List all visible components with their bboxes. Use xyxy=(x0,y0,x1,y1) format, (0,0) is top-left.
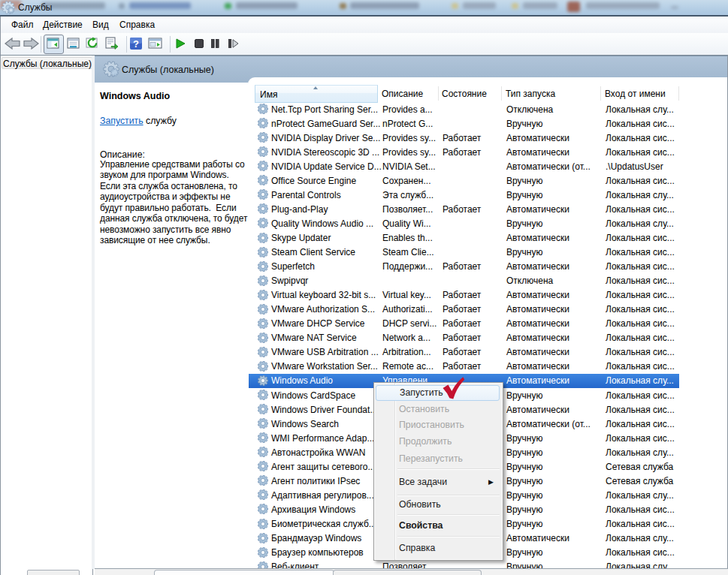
svg-text:?: ? xyxy=(133,38,139,50)
